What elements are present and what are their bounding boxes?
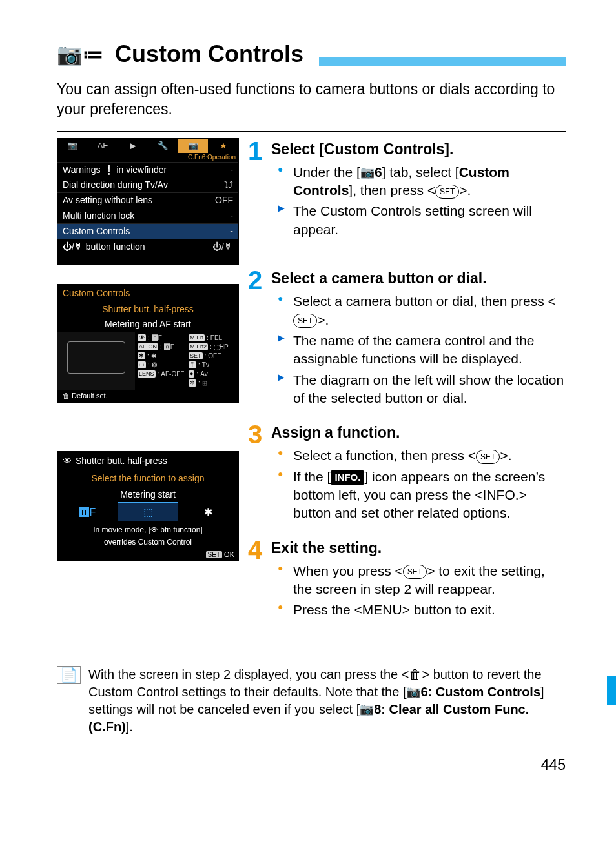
section-edge-tab bbox=[607, 676, 616, 705]
step3-bullet1: Select a function, then press <SET>. bbox=[271, 447, 566, 465]
cc-title: Custom Controls bbox=[57, 285, 238, 302]
camera-icon: 📷 bbox=[360, 703, 374, 716]
step-number-4: 4 bbox=[248, 537, 266, 563]
assign-screenshot: 👁 Shutter butt. half-press Select the fu… bbox=[57, 451, 239, 561]
custom-controls-screenshot: Custom Controls Shutter butt. half-press… bbox=[57, 284, 239, 403]
assign-ok: OK bbox=[224, 550, 234, 558]
step2-title: Select a camera button or dial. bbox=[271, 268, 566, 288]
menu-subtitle: C.Fn6:Operation bbox=[57, 153, 238, 162]
cc-chips: 👁: 🅰F M-Fn: FEL AF-ON: 🅰F M-Fn2: ⬚HP ✱: … bbox=[135, 332, 238, 390]
menu-row-selected: Custom Controls- bbox=[57, 223, 238, 239]
camera-icon: 📷 bbox=[360, 166, 375, 179]
menu-row: Dial direction during Tv/Av⤵⤴ bbox=[57, 177, 238, 192]
step4-bullet1: When you press <SET> to exit the setting… bbox=[271, 562, 566, 599]
info-icon: INFO. bbox=[331, 470, 364, 485]
assign-line2: Metering start bbox=[57, 487, 238, 503]
menu-tab-selected: 📷 bbox=[178, 139, 209, 153]
menu-screenshot: 📷 AF ▶ 🔧 📷 ★ C.Fn6:Operation Warnings ❕ … bbox=[57, 138, 239, 265]
step-number-2: 2 bbox=[248, 267, 266, 293]
set-icon: SET bbox=[403, 565, 427, 579]
intro-rule bbox=[57, 131, 566, 132]
page-number: 445 bbox=[57, 755, 566, 775]
cc-line2: Metering and AF start bbox=[57, 317, 238, 332]
step2-bullet1: Select a camera button or dial, then pre… bbox=[271, 292, 566, 329]
step3-bullet2: If the [INFO.] icon appears on the scree… bbox=[271, 468, 566, 523]
step4-title: Exit the setting. bbox=[271, 538, 566, 558]
menu-tab: AF bbox=[88, 139, 118, 153]
step3-title: Assign a function. bbox=[271, 423, 566, 443]
menu-tab: 📷 bbox=[57, 139, 88, 153]
assign-note1: In movie mode, [👁 btn function] bbox=[57, 521, 238, 537]
assign-tab: 🅰F bbox=[57, 502, 118, 521]
menu-tab: ▶ bbox=[118, 139, 148, 153]
set-icon: SET bbox=[435, 185, 459, 199]
assign-tab-selected: ⬚ bbox=[118, 502, 179, 521]
menu-tab: ★ bbox=[208, 139, 238, 153]
cc-default-set: 🗑 Default set. bbox=[63, 392, 108, 400]
set-icon: SET bbox=[476, 450, 500, 464]
menu-row: Multi function lock- bbox=[57, 208, 238, 223]
footnote: 📄 With the screen in step 2 displayed, y… bbox=[57, 666, 566, 736]
step2-bullet3: The diagram on the left will show the lo… bbox=[271, 371, 566, 408]
step-number-3: 3 bbox=[248, 421, 266, 447]
camera-icon: 📷 bbox=[406, 685, 420, 698]
trash-icon: 🗑 bbox=[409, 667, 422, 681]
step-number-1: 1 bbox=[248, 138, 266, 164]
eye-icon: 👁 bbox=[63, 456, 72, 467]
menu-row: Warnings ❕ in viewfinder- bbox=[57, 162, 238, 177]
assign-line1: Select the function to assign bbox=[57, 470, 238, 487]
assign-tab: ✱ bbox=[178, 502, 238, 521]
page-title: Custom Controls bbox=[115, 39, 303, 70]
note-icon: 📄 bbox=[57, 666, 81, 684]
cc-diagram bbox=[57, 332, 135, 390]
step4-bullet2: Press the <MENU> button to exit. bbox=[271, 601, 566, 619]
set-icon: SET bbox=[293, 314, 317, 328]
assign-header: Shutter butt. half-press bbox=[76, 456, 167, 467]
menu-row: ⏻/🎙 button function⏻/🎙 bbox=[57, 239, 238, 254]
menu-row: Av setting without lensOFF bbox=[57, 192, 238, 208]
intro-paragraph: You can assign often-used functions to c… bbox=[57, 79, 566, 119]
step2-bullet2: The name of the camera control and the a… bbox=[271, 332, 566, 368]
step1-bullet2: The Custom Controls setting screen will … bbox=[271, 202, 566, 239]
title-icon: 📷≔ bbox=[57, 41, 103, 68]
menu-tab: 🔧 bbox=[148, 139, 178, 153]
assign-note2: overrides Custom Control bbox=[57, 538, 238, 549]
cc-line1: Shutter butt. half-press bbox=[57, 302, 238, 317]
page-title-row: 📷≔ Custom Controls bbox=[57, 39, 566, 70]
step1-title: Select [Custom Controls]. bbox=[271, 139, 566, 159]
set-chip: SET bbox=[206, 551, 222, 558]
step1-bullet1: Under the [📷6] tab, select [Custom Contr… bbox=[271, 163, 566, 200]
title-rule bbox=[319, 57, 566, 66]
